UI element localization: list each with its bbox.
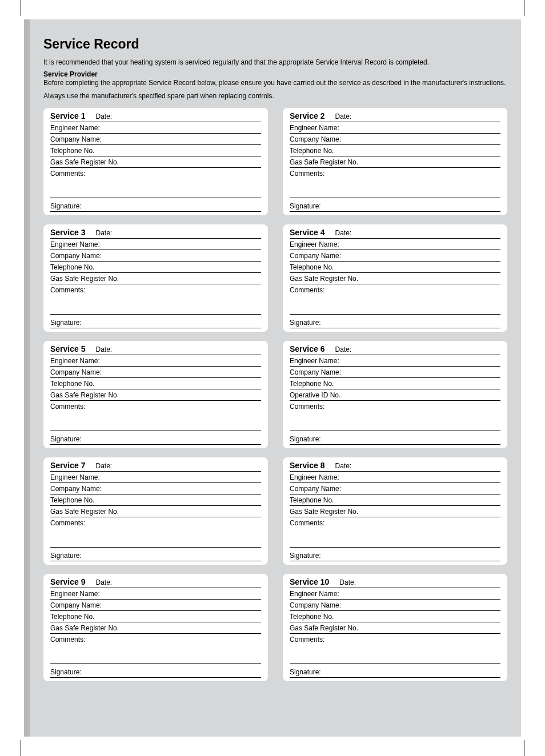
service-number-title: Service 9 [50,577,86,586]
signature-field[interactable]: Signature: [50,664,261,678]
signature-field[interactable]: Signature: [290,664,500,678]
service-card: Service 3Date:Engineer Name:Company Name… [43,224,268,332]
register-no-field[interactable]: Gas Safe Register No. [290,273,500,284]
telephone-field[interactable]: Telephone No. [50,145,261,156]
company-name-field[interactable]: Company Name: [290,600,500,611]
engineer-name-field[interactable]: Engineer Name: [290,122,500,134]
company-name-field[interactable]: Company Name: [290,250,500,262]
telephone-field[interactable]: Telephone No. [290,145,500,156]
register-no-field[interactable]: Operative ID No. [290,389,500,401]
company-name-field[interactable]: Company Name: [290,134,500,145]
comments-field[interactable]: Comments: [290,634,500,664]
company-name-field[interactable]: Company Name: [50,483,261,494]
comments-field[interactable]: Comments: [290,401,500,431]
service-number-title: Service 7 [50,461,86,470]
comments-field[interactable]: Comments: [50,401,261,431]
comments-label: Comments: [50,168,261,178]
comments-label: Comments: [50,634,261,644]
register-no-field[interactable]: Gas Safe Register No. [50,273,261,284]
service-number-title: Service 2 [290,111,325,120]
signature-field[interactable]: Signature: [290,198,500,212]
crop-mark [524,740,524,756]
service-number-title: Service 4 [290,228,325,237]
register-no-field[interactable]: Gas Safe Register No. [50,506,261,517]
company-name-field[interactable]: Company Name: [290,367,500,378]
signature-field[interactable]: Signature: [50,548,261,561]
engineer-name-field[interactable]: Engineer Name: [290,355,500,367]
crop-mark [21,740,21,756]
signature-field[interactable]: Signature: [50,431,261,445]
register-no-field[interactable]: Gas Safe Register No. [50,389,261,401]
service-provider-text: Before completing the appropriate Servic… [43,78,507,87]
company-name-field[interactable]: Company Name: [50,600,261,611]
date-label: Date: [335,112,352,120]
telephone-field[interactable]: Telephone No. [50,494,261,506]
spare-part-note: Always use the manufacturer's specified … [43,92,507,100]
register-no-field[interactable]: Gas Safe Register No. [290,506,500,517]
comments-field[interactable]: Comments: [290,284,500,315]
date-label: Date: [339,578,356,586]
service-card: Service 4Date:Engineer Name:Company Name… [283,224,507,332]
service-card: Service 2Date:Engineer Name:Company Name… [283,108,507,215]
engineer-name-field[interactable]: Engineer Name: [50,122,261,134]
telephone-field[interactable]: Telephone No. [50,262,261,273]
register-no-field[interactable]: Gas Safe Register No. [50,622,261,634]
telephone-field[interactable]: Telephone No. [290,494,500,506]
crop-mark [524,0,524,16]
service-number-title: Service 5 [50,344,86,353]
signature-field[interactable]: Signature: [50,198,261,212]
service-card: Service 7Date:Engineer Name:Company Name… [43,457,268,565]
engineer-name-field[interactable]: Engineer Name: [50,239,261,250]
telephone-field[interactable]: Telephone No. [290,611,500,622]
date-label: Date: [96,112,113,120]
engineer-name-field[interactable]: Engineer Name: [290,472,500,483]
signature-field[interactable]: Signature: [50,315,261,328]
signature-field[interactable]: Signature: [290,548,500,561]
company-name-field[interactable]: Company Name: [50,250,261,262]
service-card: Service 8Date:Engineer Name:Company Name… [283,457,507,565]
service-card: Service 1Date:Engineer Name:Company Name… [43,108,268,215]
telephone-field[interactable]: Telephone No. [290,378,500,389]
signature-field[interactable]: Signature: [290,431,500,445]
comments-field[interactable]: Comments: [50,634,261,664]
service-card: Service 5Date:Engineer Name:Company Name… [43,341,268,448]
crop-mark [21,0,21,16]
service-number-title: Service 3 [50,228,86,237]
signature-field[interactable]: Signature: [290,315,500,328]
engineer-name-field[interactable]: Engineer Name: [290,588,500,600]
engineer-name-field[interactable]: Engineer Name: [50,355,261,367]
service-card: Service 6Date:Engineer Name:Company Name… [283,341,507,448]
service-number-title: Service 8 [290,461,325,470]
telephone-field[interactable]: Telephone No. [290,262,500,273]
date-label: Date: [335,462,352,470]
register-no-field[interactable]: Gas Safe Register No. [290,156,500,168]
comments-label: Comments: [290,401,500,411]
service-card: Service 10Date:Engineer Name:Company Nam… [283,574,507,681]
intro-text: It is recommended that your heating syst… [43,58,507,67]
comments-field[interactable]: Comments: [50,517,261,548]
date-label: Date: [96,578,113,586]
engineer-name-field[interactable]: Engineer Name: [50,588,261,600]
company-name-field[interactable]: Company Name: [290,483,500,494]
date-label: Date: [96,229,113,237]
register-no-field[interactable]: Gas Safe Register No. [50,156,261,168]
telephone-field[interactable]: Telephone No. [50,611,261,622]
comments-label: Comments: [290,284,500,294]
comments-field[interactable]: Comments: [50,284,261,315]
service-card: Service 9Date:Engineer Name:Company Name… [43,574,268,681]
company-name-field[interactable]: Company Name: [50,367,261,378]
comments-field[interactable]: Comments: [50,168,261,198]
service-number-title: Service 6 [290,344,325,353]
comments-label: Comments: [50,401,261,411]
comments-label: Comments: [290,634,500,644]
comments-field[interactable]: Comments: [290,168,500,198]
telephone-field[interactable]: Telephone No. [50,378,261,389]
register-no-field[interactable]: Gas Safe Register No. [290,622,500,634]
engineer-name-field[interactable]: Engineer Name: [50,472,261,483]
comments-label: Comments: [50,284,261,294]
company-name-field[interactable]: Company Name: [50,134,261,145]
comments-label: Comments: [290,168,500,178]
date-label: Date: [96,462,113,470]
comments-field[interactable]: Comments: [290,517,500,548]
engineer-name-field[interactable]: Engineer Name: [290,239,500,250]
